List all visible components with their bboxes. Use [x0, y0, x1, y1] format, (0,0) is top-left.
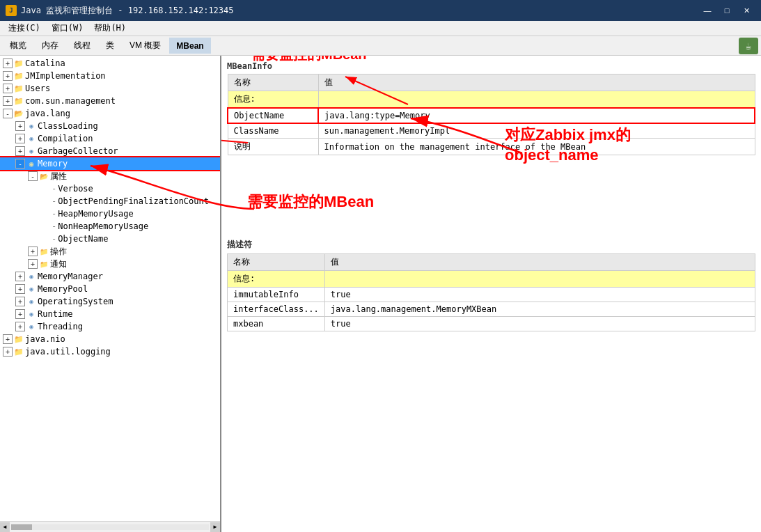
mbean-row-description: 说明 Information on the management interfa… [228, 139, 755, 155]
annotation-mbean-label: 需要监控的MBean [251, 56, 367, 64]
expand-attributes[interactable]: - [28, 171, 38, 181]
tree-item-java-util-logging[interactable]: + 📁 java.util.logging [0, 345, 220, 358]
descriptor-title: 描述符 [227, 239, 755, 251]
bean-icon-memory: ◉ [26, 159, 36, 169]
label-threading: Threading [38, 322, 83, 331]
expand-operatingsystem[interactable]: + [15, 297, 25, 306]
tree-item-garbagecollector[interactable]: + ◉ GarbageCollector [0, 145, 220, 157]
expand-threading[interactable]: + [15, 322, 25, 331]
tab-classes[interactable]: 类 [99, 38, 121, 54]
tab-mbean[interactable]: MBean [169, 38, 210, 54]
tree-item-memory[interactable]: - ◉ Memory [0, 157, 220, 170]
tree-item-com-sun[interactable]: + 📁 com.sun.management [0, 95, 220, 107]
expand-memory[interactable]: - [15, 159, 25, 169]
expand-runtime[interactable]: + [15, 309, 25, 319]
tree-panel[interactable]: + 📁 Catalina + 📁 JMImplementation + 📁 Us… [0, 56, 221, 532]
label-operations: 操作 [50, 246, 67, 258]
desc-value-info [324, 271, 755, 288]
window-controls[interactable]: — □ ✕ [698, 3, 755, 17]
label-attributes: 属性 [50, 171, 67, 182]
expand-memorymanager[interactable]: + [15, 272, 25, 281]
menu-window[interactable]: 窗口(W) [46, 21, 89, 36]
bean-icon-garbagecollector: ◉ [26, 146, 36, 156]
tree-item-attributes[interactable]: - 📂 属性 [0, 170, 220, 182]
tree-item-users[interactable]: + 📁 Users [0, 82, 220, 95]
tree-item-operatingsystem[interactable]: + ◉ OperatingSystem [0, 295, 220, 308]
tab-memory[interactable]: 内存 [35, 38, 65, 54]
col-header-value: 值 [318, 75, 755, 91]
label-objectpending: ObjectPendingFinalizationCount [58, 196, 209, 206]
expand-operations[interactable]: + [28, 247, 38, 256]
tree-item-catalina[interactable]: + 📁 Catalina [0, 57, 220, 70]
folder-icon-java-nio: 📁 [14, 334, 24, 344]
dash-icon-objectpending: - [52, 196, 56, 206]
desc-name-immutable: immutableInfo [228, 288, 325, 302]
title-bar: J Java 监视和管理控制台 - 192.168.152.142:12345 … [0, 0, 761, 21]
label-runtime: Runtime [38, 309, 73, 319]
mbean-row-classname: ClassName sun.management.MemoryImpl [228, 123, 755, 139]
bean-icon-compilation: ◉ [26, 134, 36, 143]
expand-java-util-logging[interactable]: + [3, 347, 13, 357]
tree-item-threading[interactable]: + ◉ Threading [0, 320, 220, 333]
dash-icon-nonheapmemory: - [52, 221, 56, 231]
expand-com-sun[interactable]: + [3, 96, 13, 106]
expand-classloading[interactable]: + [15, 121, 25, 131]
tab-threads[interactable]: 线程 [67, 38, 97, 54]
expand-notifications[interactable]: + [28, 259, 38, 269]
tree-item-compilation[interactable]: + ◉ Compilation [0, 132, 220, 145]
desc-value-mxbean: true [324, 317, 755, 331]
minimize-button[interactable]: — [698, 3, 716, 17]
mbean-name-classname: ClassName [228, 123, 318, 139]
tree-item-notifications[interactable]: + 📁 通知 [0, 258, 220, 270]
tab-overview[interactable]: 概览 [3, 38, 33, 54]
expand-garbagecollector[interactable]: + [15, 146, 25, 156]
label-java-nio: java.nio [25, 334, 65, 344]
expand-users[interactable]: + [3, 84, 13, 93]
toolbar-right-icon: ☕ [739, 38, 758, 54]
maximize-button[interactable]: □ [718, 3, 736, 17]
close-button[interactable]: ✕ [737, 3, 755, 17]
dash-icon-heapmemory: - [52, 209, 56, 219]
horizontal-scrollbar[interactable]: ◀ ▶ [0, 521, 220, 532]
expand-memorypool[interactable]: + [15, 284, 25, 294]
expand-compilation[interactable]: + [15, 134, 25, 143]
tree-item-runtime[interactable]: + ◉ Runtime [0, 308, 220, 320]
tree-item-verbose[interactable]: - Verbose [0, 182, 220, 195]
folder-icon-catalina: 📁 [14, 58, 24, 68]
scroll-right-btn[interactable]: ▶ [210, 522, 220, 532]
tree-item-memorymanager[interactable]: + ◉ MemoryManager [0, 270, 220, 283]
tree-item-java-lang[interactable]: - 📂 java.lang [0, 107, 220, 120]
label-notifications: 通知 [50, 258, 67, 270]
mbean-value-description: Information on the management interface … [318, 139, 755, 155]
label-java-lang: java.lang [25, 109, 70, 118]
menu-connect[interactable]: 连接(C) [3, 21, 46, 36]
tree-item-nonheapmemory[interactable]: - NonHeapMemoryUsage [0, 220, 220, 233]
mbean-value-classname: sun.management.MemoryImpl [318, 123, 755, 139]
label-users: Users [25, 84, 50, 93]
tree-item-heapmemory[interactable]: - HeapMemoryUsage [0, 208, 220, 220]
tree-item-memorypool[interactable]: + ◉ MemoryPool [0, 283, 220, 295]
tab-vm[interactable]: VM 概要 [123, 38, 168, 54]
mbean-row-objectname[interactable]: ObjectName java.lang:type=Memory [228, 108, 755, 123]
expand-catalina[interactable]: + [3, 58, 13, 68]
menu-help[interactable]: 帮助(H) [88, 21, 132, 36]
folder-icon-notifications: 📁 [39, 259, 49, 269]
scroll-left-btn[interactable]: ◀ [0, 522, 10, 532]
desc-col-header-name: 名称 [228, 254, 325, 271]
tree-item-classloading[interactable]: + ◉ ClassLoading [0, 120, 220, 132]
tree-item-jmimplementation[interactable]: + 📁 JMImplementation [0, 70, 220, 82]
tree-item-operations[interactable]: + 📁 操作 [0, 245, 220, 258]
folder-icon-attributes: 📂 [39, 171, 49, 181]
expand-jmimplementation[interactable]: + [3, 71, 13, 81]
scroll-thumb[interactable] [11, 524, 32, 530]
tree-item-objectpending[interactable]: - ObjectPendingFinalizationCount [0, 195, 220, 208]
scroll-track[interactable] [11, 524, 209, 530]
tree-item-java-nio[interactable]: + 📁 java.nio [0, 333, 220, 345]
folder-icon-operations: 📁 [39, 247, 49, 256]
tree-item-objectname[interactable]: - ObjectName [0, 233, 220, 245]
desc-col-header-value: 值 [324, 254, 755, 271]
label-garbagecollector: GarbageCollector [38, 146, 118, 156]
expand-java-nio[interactable]: + [3, 334, 13, 344]
desc-row-immutable: immutableInfo true [228, 288, 755, 302]
expand-java-lang[interactable]: - [3, 109, 13, 118]
